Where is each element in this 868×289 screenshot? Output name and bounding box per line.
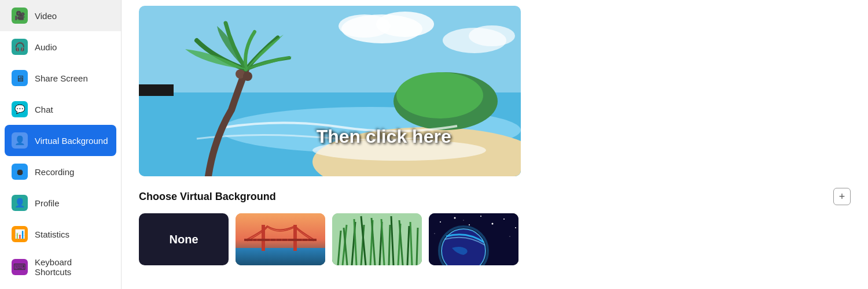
thumbnails-row: None [139, 213, 851, 265]
choose-section: Choose Virtual Background + None [139, 188, 851, 265]
svg-line-46 [417, 228, 418, 265]
sidebar-item-profile[interactable]: 👤Profile [0, 187, 121, 218]
svg-point-50 [469, 224, 470, 225]
sidebar-item-label-share-screen: Share Screen [35, 73, 88, 83]
sidebar-item-label-virtual-background: Virtual Background [35, 136, 108, 146]
thumbnail-none[interactable]: None [139, 213, 229, 265]
beach-background [139, 6, 521, 176]
svg-point-53 [503, 218, 505, 220]
svg-point-13 [469, 25, 515, 46]
svg-point-11 [339, 14, 391, 38]
svg-line-40 [389, 225, 390, 265]
main-content: Then click here Choose Virtual Backgroun… [122, 0, 868, 289]
sidebar-item-share-screen[interactable]: 🖥Share Screen [0, 62, 121, 94]
recording-icon: ⏺ [12, 164, 28, 180]
content-area: Then click here Choose Virtual Backgroun… [122, 0, 868, 289]
svg-point-5 [396, 72, 483, 118]
svg-marker-14 [139, 73, 174, 108]
choose-title: Choose Virtual Background [139, 191, 276, 203]
svg-point-8 [243, 72, 252, 81]
sidebar-item-virtual-background[interactable]: 👤Virtual Background [5, 125, 116, 156]
sidebar-item-label-chat: Chat [35, 105, 53, 114]
svg-point-56 [464, 220, 464, 221]
thumbnail-golden[interactable] [236, 213, 325, 265]
sidebar-item-label-statistics: Statistics [35, 229, 69, 239]
sidebar-item-label-keyboard-shortcuts: Keyboard Shortcuts [35, 257, 109, 277]
thumbnail-space[interactable] [429, 213, 518, 265]
thumbnail-green[interactable] [332, 213, 422, 265]
sidebar-item-label-audio: Audio [35, 42, 57, 52]
sidebar-item-video[interactable]: 🎥Video [0, 0, 121, 31]
arrow-indicator [139, 70, 174, 113]
sidebar-item-label-profile: Profile [35, 198, 60, 208]
sidebar-item-chat[interactable]: 💬Chat [0, 94, 121, 125]
svg-rect-19 [244, 239, 317, 241]
audio-icon: 🎧 [12, 39, 28, 55]
instruction-text: Then click here [317, 126, 451, 147]
preview-container: Then click here [139, 6, 521, 176]
keyboard-shortcuts-icon: ⌨ [12, 259, 28, 275]
svg-rect-16 [236, 248, 325, 265]
svg-point-48 [440, 221, 441, 223]
svg-point-52 [492, 223, 494, 225]
profile-icon: 👤 [12, 195, 28, 211]
statistics-icon: 📊 [12, 226, 28, 242]
svg-point-49 [454, 217, 456, 219]
sidebar-item-label-recording: Recording [35, 167, 74, 177]
add-background-button[interactable]: + [833, 188, 851, 205]
sidebar-item-statistics[interactable]: 📊Statistics [0, 218, 121, 250]
sidebar-item-keyboard-shortcuts[interactable]: ⌨Keyboard Shortcuts [0, 250, 121, 284]
svg-point-51 [480, 216, 481, 217]
choose-header: Choose Virtual Background + [139, 188, 851, 205]
chat-icon: 💬 [12, 101, 28, 117]
sidebar: 🎥Video🎧Audio🖥Share Screen💬Chat👤Virtual B… [0, 0, 122, 289]
share-screen-icon: 🖥 [12, 70, 28, 86]
sidebar-item-audio[interactable]: 🎧Audio [0, 31, 121, 62]
svg-point-57 [510, 236, 510, 237]
svg-point-55 [435, 234, 435, 234]
svg-point-54 [515, 227, 516, 228]
virtual-background-icon: 👤 [12, 132, 28, 149]
sidebar-item-label-video: Video [35, 11, 57, 21]
sidebar-item-recording[interactable]: ⏺Recording [0, 156, 121, 187]
video-icon: 🎥 [12, 8, 28, 24]
